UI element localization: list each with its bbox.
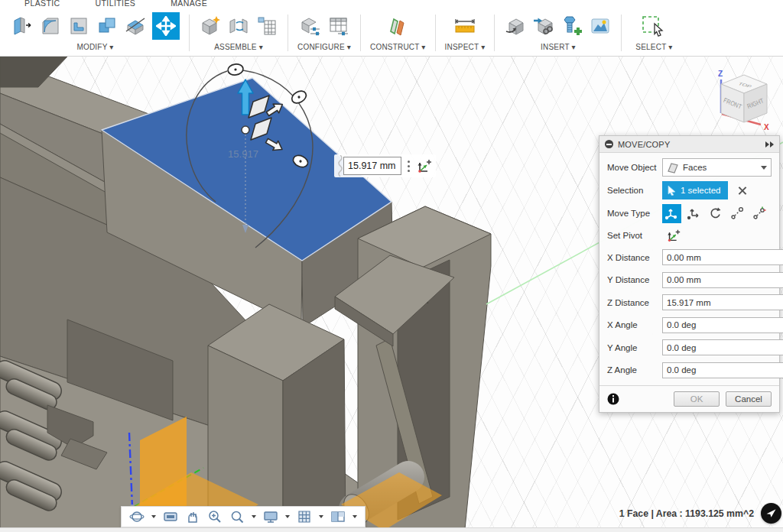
assemble-group-label[interactable]: ASSEMBLE ▾: [214, 43, 263, 54]
selection-count: 1 selected: [681, 186, 720, 195]
toolbar-separator: [494, 15, 495, 51]
inspect-group: INSPECT ▾: [440, 9, 490, 56]
zoom-window-dropdown-icon[interactable]: [252, 515, 256, 518]
pan-icon[interactable]: [183, 508, 203, 526]
fusion-window: 15.917: [0, 0, 783, 532]
insert-fastener-tool[interactable]: [560, 15, 583, 37]
dimension-input[interactable]: [343, 157, 401, 175]
z-angle-input[interactable]: [662, 362, 783, 378]
expand-dialog-icon[interactable]: [765, 141, 774, 148]
z-angle-field: Z Angle: [599, 359, 779, 382]
measure-tool[interactable]: [453, 15, 476, 37]
canvas-tool[interactable]: [589, 15, 612, 37]
derive-tool[interactable]: [504, 15, 527, 37]
viewcube-x-label: X: [764, 123, 769, 131]
move-type-translate-button[interactable]: [684, 204, 703, 223]
navigation-bar: [121, 506, 366, 527]
configure-group-label[interactable]: CONFIGURE ▾: [297, 43, 351, 54]
selection-label: Selection: [607, 186, 662, 195]
grid-settings-icon[interactable]: [294, 508, 314, 526]
move-type-free-move-button[interactable]: [662, 204, 681, 223]
move-type-row: Move Type: [599, 202, 779, 225]
cancel-button[interactable]: Cancel: [726, 391, 772, 407]
tab-plastic[interactable]: PLASTIC: [24, 0, 60, 8]
zoom-icon[interactable]: [205, 508, 225, 526]
y-distance-input[interactable]: [662, 272, 783, 288]
new-component-tool[interactable]: [199, 15, 222, 37]
shell-tool[interactable]: [67, 15, 90, 37]
z-distance-input[interactable]: [662, 294, 783, 310]
split-body-tool[interactable]: [124, 15, 147, 37]
look-at-icon[interactable]: [161, 508, 180, 526]
leader-zigzag-icon: [337, 155, 343, 177]
grid-settings-dropdown-icon[interactable]: [319, 515, 323, 518]
dialog-footer: OK Cancel: [599, 385, 779, 412]
ok-button[interactable]: OK: [674, 391, 720, 407]
move-type-label: Move Type: [607, 209, 662, 218]
toolbar-separator: [288, 15, 288, 51]
dialog-grip-icon: [605, 140, 613, 148]
move-copy-dialog: MOVE/COPY Move Object Faces Selection 1 …: [599, 135, 780, 413]
dialog-header[interactable]: MOVE/COPY: [599, 136, 779, 153]
toolbar-separator: [360, 15, 361, 51]
viewcube-z-label: Z: [718, 70, 723, 78]
set-pivot-icon[interactable]: [416, 157, 433, 174]
info-icon[interactable]: [607, 393, 619, 405]
viewports-icon[interactable]: [328, 508, 348, 526]
insert-group: INSERT ▾: [499, 9, 616, 56]
view-cube[interactable]: Z X TOP FRONT RIGHT: [700, 60, 780, 132]
clear-selection-icon[interactable]: [737, 186, 747, 196]
display-settings-icon[interactable]: [261, 508, 281, 526]
selection-chip[interactable]: 1 selected: [662, 181, 728, 200]
move-type-rotate-button[interactable]: [706, 204, 725, 223]
construct-group-label[interactable]: CONSTRUCT ▾: [370, 43, 426, 54]
move-type-point-to-position-button[interactable]: [749, 204, 768, 223]
z-distance-field: Z Distance: [599, 291, 779, 314]
select-tool[interactable]: [639, 15, 668, 37]
orbit-dropdown-icon[interactable]: [151, 515, 156, 518]
viewports-dropdown-icon[interactable]: [353, 515, 357, 518]
insert-group-label[interactable]: INSERT ▾: [541, 43, 576, 54]
inspect-group-label[interactable]: INSPECT ▾: [445, 43, 486, 54]
set-pivot-button[interactable]: [666, 228, 681, 243]
configuration-tool[interactable]: [299, 15, 322, 37]
tab-manage[interactable]: MANAGE: [171, 0, 207, 8]
move-object-label: Move Object: [607, 163, 662, 172]
more-options-icon[interactable]: [408, 161, 410, 172]
move-object-select[interactable]: Faces: [662, 158, 772, 177]
assemble-group: ASSEMBLE ▾: [194, 9, 283, 56]
display-settings-dropdown-icon[interactable]: [285, 515, 290, 518]
face-icon: [667, 161, 679, 174]
move-object-row: Move Object Faces: [599, 156, 779, 179]
y-angle-field: Y Angle: [599, 336, 779, 359]
select-group-label[interactable]: SELECT ▾: [635, 43, 672, 54]
motion-study-tool[interactable]: [255, 15, 278, 37]
combine-tool[interactable]: [96, 15, 119, 37]
timeline-strip: [0, 527, 783, 532]
x-distance-field: X Distance: [599, 246, 779, 269]
set-pivot-row: Set Pivot: [599, 225, 779, 246]
configuration-table-tool[interactable]: [327, 15, 350, 37]
x-angle-input[interactable]: [662, 317, 783, 333]
construction-plane-tool[interactable]: [386, 15, 409, 37]
insert-derive-tool[interactable]: [532, 15, 555, 37]
dimension-input-popup: [334, 154, 436, 177]
fillet-tool[interactable]: [39, 15, 62, 37]
modify-group-label[interactable]: MODIFY ▾: [76, 43, 113, 54]
toolbar-separator: [189, 15, 190, 51]
y-angle-input[interactable]: [662, 339, 783, 355]
select-group: SELECT ▾: [626, 9, 677, 56]
press-pull-tool[interactable]: [11, 15, 34, 37]
orbit-icon[interactable]: [127, 508, 147, 526]
move-copy-tool[interactable]: [152, 12, 180, 40]
joint-tool[interactable]: [227, 15, 250, 37]
x-angle-field: X Angle: [599, 314, 779, 337]
selection-info: 1 Face | Area : 1193.125 mm^2: [619, 508, 754, 519]
move-type-point-to-point-button[interactable]: [728, 204, 747, 223]
tab-utilities[interactable]: UTILITIES: [96, 0, 136, 8]
top-toolbar: PLASTIC UTILITIES MANAGE: [0, 0, 783, 57]
chevron-down-icon: [761, 166, 767, 170]
x-distance-input[interactable]: [662, 249, 783, 265]
feedback-badge[interactable]: [761, 503, 781, 524]
zoom-window-icon[interactable]: [227, 508, 247, 526]
